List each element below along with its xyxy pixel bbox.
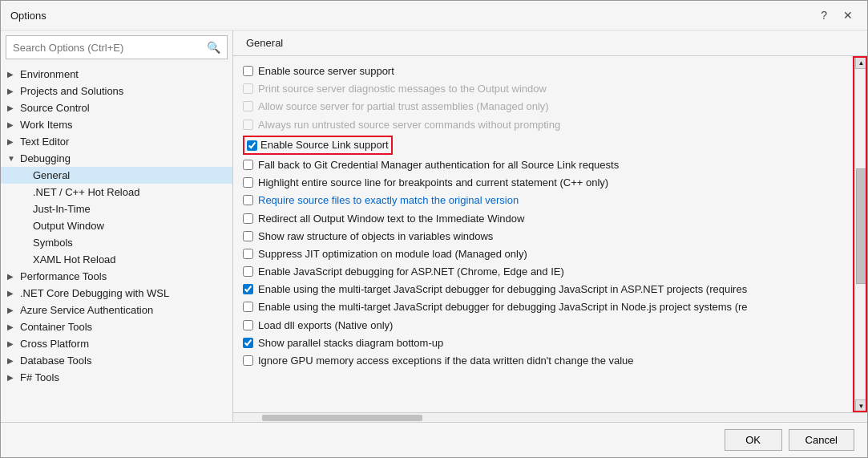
tree-arrow-f-tools: ▶	[7, 373, 17, 382]
highlight-box-enable-source-link: Enable Source Link support	[243, 136, 393, 155]
tree-item-environment[interactable]: ▶Environment	[1, 66, 232, 83]
cancel-button[interactable]: Cancel	[789, 429, 854, 451]
scrollbar-thumb[interactable]	[856, 168, 867, 284]
scroll-down-button[interactable]: ▼	[855, 399, 867, 412]
checkbox-always-run-untrusted[interactable]	[243, 120, 253, 130]
checkbox-enable-js-debugging[interactable]	[243, 266, 253, 277]
tree-arrow-container-tools: ▶	[7, 322, 17, 331]
tree-label-performance-tools: Performance Tools	[20, 270, 107, 282]
option-label-allow-source-server: Allow source server for partial trust as…	[258, 99, 549, 114]
dialog-footer: OK Cancel	[1, 422, 867, 457]
checkbox-enable-source-server[interactable]	[243, 66, 253, 76]
option-label-enable-source-link: Enable Source Link support	[260, 138, 389, 152]
tree-label-xaml-hot-reload: XAML Hot Reload	[33, 253, 116, 265]
left-panel: 🔍 ▶Environment▶Projects and Solutions▶So…	[1, 30, 233, 422]
tree-item-general[interactable]: General	[1, 167, 232, 184]
dialog-body: 🔍 ▶Environment▶Projects and Solutions▶So…	[1, 30, 867, 422]
option-row-redirect-output: Redirect all Output Window text to the I…	[243, 210, 845, 228]
search-input[interactable]	[13, 42, 207, 54]
checkbox-ignore-gpu-memory[interactable]	[243, 355, 253, 366]
tree-label-container-tools: Container Tools	[20, 321, 92, 333]
tree-item-performance-tools[interactable]: ▶Performance Tools	[1, 268, 232, 285]
search-icon: 🔍	[207, 41, 220, 54]
option-label-redirect-output: Redirect all Output Window text to the I…	[258, 212, 524, 226]
close-button[interactable]: ✕	[838, 7, 858, 23]
tree-item-net-hot-reload[interactable]: .NET / C++ Hot Reload	[1, 184, 232, 201]
dialog-title: Options	[10, 10, 46, 22]
tree-label-general: General	[33, 169, 70, 181]
scrollbar-thumb-area	[855, 69, 867, 399]
checkbox-print-source-server[interactable]	[243, 83, 253, 94]
tree-item-container-tools[interactable]: ▶Container Tools	[1, 318, 232, 335]
tree-list: ▶Environment▶Projects and Solutions▶Sour…	[1, 64, 232, 422]
option-label-show-raw-structure: Show raw structure of objects in variabl…	[258, 229, 493, 244]
option-label-highlight-source-line: Highlight entire source line for breakpo…	[258, 176, 608, 190]
tree-item-source-control[interactable]: ▶Source Control	[1, 99, 232, 116]
option-row-enable-js-debugging: Enable JavaScript debugging for ASP.NET …	[243, 263, 845, 281]
checkbox-enable-multitarget-nodejs[interactable]	[243, 302, 253, 312]
option-row-print-source-server: Print source server diagnostic messages …	[243, 80, 845, 98]
checkbox-enable-multitarget-aspnet[interactable]	[243, 284, 253, 294]
checkbox-load-dll-exports[interactable]	[243, 320, 253, 330]
tree-arrow-debugging: ▼	[7, 154, 17, 163]
option-row-require-source-files: Require source files to exactly match th…	[243, 192, 845, 209]
tree-item-work-items[interactable]: ▶Work Items	[1, 116, 232, 133]
tree-label-output-window: Output Window	[33, 220, 104, 232]
option-label-show-parallel-stacks: Show parallel stacks diagram bottom-up	[258, 336, 443, 351]
tree-item-xaml-hot-reload[interactable]: XAML Hot Reload	[1, 251, 232, 268]
h-scrollbar-thumb[interactable]	[262, 415, 422, 421]
tree-arrow-azure-service-auth: ▶	[7, 306, 17, 314]
checkbox-show-raw-structure[interactable]	[243, 231, 253, 241]
checkbox-suppress-jit[interactable]	[243, 249, 253, 259]
checkbox-highlight-source-line[interactable]	[243, 177, 253, 188]
checkbox-show-parallel-stacks[interactable]	[243, 338, 253, 348]
tree-item-output-window[interactable]: Output Window	[1, 217, 232, 234]
options-dialog: Options ? ✕ 🔍 ▶Environment▶Projects and …	[0, 0, 868, 458]
horizontal-scrollbar[interactable]	[233, 412, 867, 422]
scroll-up-button[interactable]: ▲	[855, 56, 867, 69]
right-content: Enable source server supportPrint source…	[233, 56, 867, 412]
tree-item-debugging[interactable]: ▼Debugging	[1, 150, 232, 167]
tree-label-text-editor: Text Editor	[20, 136, 69, 148]
option-label-require-source-files: Require source files to exactly match th…	[258, 193, 519, 208]
tree-label-source-control: Source Control	[20, 102, 90, 114]
tree-label-work-items: Work Items	[20, 119, 73, 131]
tree-label-projects-solutions: Projects and Solutions	[20, 85, 123, 97]
option-label-enable-source-server: Enable source server support	[258, 64, 394, 79]
tree-arrow-text-editor: ▶	[7, 137, 17, 146]
tree-item-net-core-debugging[interactable]: ▶.NET Core Debugging with WSL	[1, 285, 232, 302]
tree-item-symbols[interactable]: Symbols	[1, 234, 232, 251]
help-button[interactable]: ?	[816, 7, 832, 23]
tree-item-just-in-time[interactable]: Just-In-Time	[1, 201, 232, 217]
option-row-show-raw-structure: Show raw structure of objects in variabl…	[243, 228, 845, 245]
tree-label-just-in-time: Just-In-Time	[33, 203, 91, 215]
tree-item-text-editor[interactable]: ▶Text Editor	[1, 133, 232, 150]
tree-item-database-tools[interactable]: ▶Database Tools	[1, 352, 232, 369]
checkbox-allow-source-server[interactable]	[243, 101, 253, 111]
option-row-fall-back-git: Fall back to Git Credential Manager auth…	[243, 156, 845, 174]
tree-item-cross-platform[interactable]: ▶Cross Platform	[1, 335, 232, 352]
checkbox-fall-back-git[interactable]	[243, 160, 253, 170]
option-label-always-run-untrusted: Always run untrusted source server comma…	[258, 118, 560, 132]
option-label-load-dll-exports: Load dll exports (Native only)	[258, 318, 393, 333]
tree-label-azure-service-auth: Azure Service Authentication	[20, 304, 153, 316]
ok-button[interactable]: OK	[725, 429, 782, 451]
option-row-suppress-jit: Suppress JIT optimization on module load…	[243, 245, 845, 263]
option-row-enable-multitarget-nodejs: Enable using the multi-target JavaScript…	[243, 298, 845, 316]
title-bar: Options ? ✕	[1, 1, 867, 30]
tree-arrow-performance-tools: ▶	[7, 272, 17, 281]
checkbox-redirect-output[interactable]	[243, 213, 253, 224]
tree-item-azure-service-auth[interactable]: ▶Azure Service Authentication	[1, 302, 232, 318]
tree-label-net-hot-reload: .NET / C++ Hot Reload	[33, 186, 139, 198]
checkbox-require-source-files[interactable]	[243, 195, 253, 205]
option-row-always-run-untrusted: Always run untrusted source server comma…	[243, 116, 845, 134]
tree-label-debugging: Debugging	[20, 152, 71, 164]
checkbox-enable-source-link[interactable]	[247, 140, 257, 151]
tree-label-database-tools: Database Tools	[20, 355, 91, 367]
tree-item-projects-solutions[interactable]: ▶Projects and Solutions	[1, 83, 232, 99]
tree-item-f-tools[interactable]: ▶F# Tools	[1, 369, 232, 386]
search-box[interactable]: 🔍	[6, 35, 228, 59]
tree-label-cross-platform: Cross Platform	[20, 338, 89, 350]
option-row-highlight-source-line: Highlight entire source line for breakpo…	[243, 174, 845, 192]
scrollbar-track[interactable]: ▲ ▼	[854, 56, 867, 412]
